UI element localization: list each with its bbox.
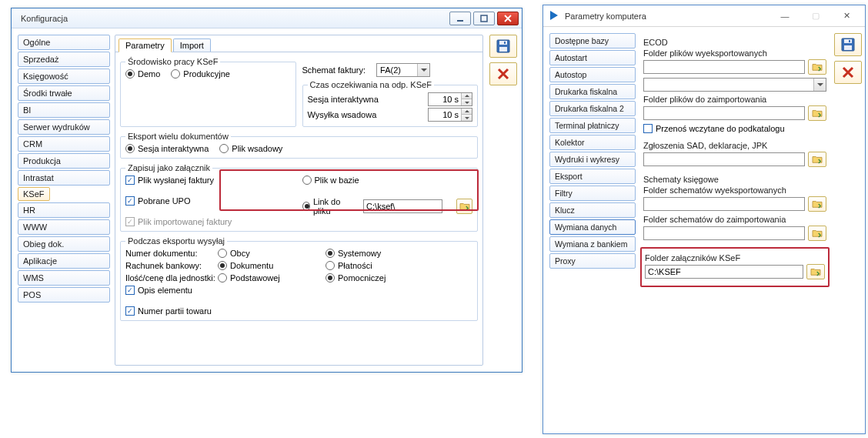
exp-subfolder-select[interactable] — [643, 78, 826, 92]
sidebar-item-proxy[interactable]: Proxy — [549, 253, 636, 269]
export-sesja-radio[interactable]: Sesja interaktywna — [125, 144, 209, 153]
opis-check[interactable]: ✓Opis elementu — [125, 286, 472, 295]
wait-wysylka-value: 10 s — [429, 110, 461, 119]
ilosc-podst-radio[interactable]: Podstawowej — [218, 273, 326, 283]
chevron-down-icon[interactable] — [417, 64, 429, 76]
numer-systemowy-radio[interactable]: Systemowy — [326, 249, 433, 258]
sch-heading: Schematy księgowe — [643, 175, 826, 184]
attach-sent-check[interactable]: ✓Plik wysłanej faktury — [125, 176, 296, 185]
sidebar-item-aplikacje[interactable]: Aplikacje — [18, 253, 110, 269]
wait-legend: Czas oczekiwania na odp. KSeF — [308, 80, 434, 89]
opis-label: Opis elementu — [138, 286, 192, 295]
sidebar-item-eksport[interactable]: Eksport — [549, 169, 636, 184]
env-prod-radio[interactable]: Produkcyjne — [171, 69, 230, 79]
rachunek-doc-radio[interactable]: Dokumentu — [218, 261, 326, 270]
browse-button[interactable] — [806, 264, 825, 279]
sidebar-item--rodki-trwa-e[interactable]: Środki trwałe — [18, 85, 110, 101]
schemat-select[interactable]: FA(2) — [376, 63, 430, 77]
sidebar-item-obieg-dok-[interactable]: Obieg dok. — [18, 236, 110, 252]
sidebar-item-wymiana-danych[interactable]: Wymiana danych — [549, 219, 636, 235]
svg-rect-11 — [844, 45, 852, 50]
attach-import-check: ✓Plik importowanej faktury — [125, 217, 296, 226]
tab-import[interactable]: Import — [173, 38, 211, 52]
minimize-button[interactable] — [449, 12, 471, 25]
sad-folder-input[interactable] — [643, 152, 805, 166]
browse-button[interactable] — [808, 226, 826, 241]
sidebar-item-filtry[interactable]: Filtry — [549, 186, 636, 201]
browse-button[interactable] — [456, 199, 472, 214]
sidebar-item-ksef[interactable]: KSeF — [18, 187, 50, 201]
sidebar-item-og-lne[interactable]: Ogólne — [18, 35, 110, 50]
sidebar-item-hr[interactable]: HR — [18, 202, 110, 218]
left-tablist: Dostępne bazyAutostartAutostopDrukarka f… — [549, 33, 636, 270]
browse-button[interactable] — [808, 59, 826, 75]
spin-down-icon[interactable] — [461, 115, 472, 121]
save-button[interactable] — [489, 35, 517, 58]
imp-folder-input[interactable] — [643, 106, 805, 120]
sidebar-item-wydruki-i-wykresy[interactable]: Wydruki i wykresy — [549, 152, 636, 167]
attach-path-input[interactable]: C:\ksef\ — [363, 199, 442, 213]
attach-group: Zapisuj jako załącznik ✓Plik wysłanej fa… — [120, 163, 478, 232]
sidebar-item-autostop[interactable]: Autostop — [549, 67, 636, 82]
sidebar-item-dost-pne-bazy[interactable]: Dostępne bazy — [549, 33, 636, 48]
attach-upo-check[interactable]: ✓Pobrane UPO — [125, 196, 296, 206]
sch-exp-input[interactable] — [643, 197, 805, 211]
sidebar-item-serwer-wydruk-w[interactable]: Serwer wydruków — [18, 119, 110, 135]
attach-db-radio[interactable]: Plik w bazie — [302, 176, 473, 185]
partii-check[interactable]: ✓Numer partii towaru — [125, 306, 472, 316]
sidebar-item-autostart[interactable]: Autostart — [549, 50, 636, 65]
sidebar-item-sprzeda-[interactable]: Sprzedaż — [18, 52, 110, 67]
sidebar-item-drukarka-fiskalna-2[interactable]: Drukarka fiskalna 2 — [549, 101, 636, 116]
exp-folder-label: Folder plików wyeksportowanych — [643, 48, 826, 58]
ilosc-pomoc-radio[interactable]: Pomocniczej — [326, 273, 433, 283]
sidebar-item-drukarka-fiskalna[interactable]: Drukarka fiskalna — [549, 84, 636, 99]
send-legend: Podczas eksportu wysyłaj — [125, 236, 227, 246]
sch-imp-label: Folder schematów do zaimportowania — [643, 215, 826, 224]
exp-folder-input[interactable] — [643, 60, 805, 74]
wait-wysylka-spin[interactable]: 10 s — [428, 108, 472, 122]
maximize-button[interactable] — [473, 12, 495, 25]
maximize-button[interactable]: ▢ — [800, 7, 831, 25]
sidebar-item-crm[interactable]: CRM — [18, 136, 110, 152]
sidebar-item-produkcja[interactable]: Produkcja — [18, 153, 110, 169]
spin-down-icon[interactable] — [461, 99, 472, 105]
sidebar-item-intrastat[interactable]: Intrastat — [18, 170, 110, 186]
wait-group: Czas oczekiwania na odp. KSeF Sesja inte… — [302, 80, 479, 127]
attach-link-radio[interactable]: Link do pliku — [302, 197, 353, 216]
sidebar-item-wms[interactable]: WMS — [18, 270, 110, 286]
rachunek-plat-radio[interactable]: Płatności — [326, 261, 433, 270]
spin-up-icon[interactable] — [461, 93, 472, 99]
ksef-folder-input[interactable]: C:\KSEF — [645, 265, 803, 279]
sidebar-item-terminal-p-atniczy[interactable]: Terminal płatniczy — [549, 118, 636, 133]
sidebar-item-bi[interactable]: BI — [18, 102, 110, 118]
wait-sesja-spin[interactable]: 10 s — [428, 92, 472, 106]
attach-upo-label: Pobrane UPO — [138, 196, 190, 206]
export-wsad-radio[interactable]: Plik wsadowy — [219, 144, 282, 153]
browse-button[interactable] — [808, 196, 826, 212]
sidebar-item-wymiana-z-bankiem[interactable]: Wymiana z bankiem — [549, 236, 636, 252]
chevron-down-icon[interactable] — [813, 79, 826, 91]
cancel-button[interactable] — [489, 62, 517, 85]
sidebar-item-ksi-gowo-[interactable]: Księgowość — [18, 69, 110, 84]
numer-obcy-radio[interactable]: Obcy — [218, 249, 326, 258]
spin-up-icon[interactable] — [461, 109, 472, 115]
sidebar-item-kolektor[interactable]: Kolektor — [549, 135, 636, 150]
browse-button[interactable] — [808, 152, 826, 167]
svg-rect-7 — [504, 42, 506, 44]
env-demo-radio[interactable]: Demo — [125, 69, 160, 79]
save-button[interactable] — [834, 33, 862, 56]
browse-button[interactable] — [808, 105, 826, 121]
sidebar-item-pos[interactable]: POS — [18, 287, 110, 303]
wait-wysylka-label: Wysyłka wsadowa — [308, 110, 377, 119]
minimize-button[interactable]: — — [770, 7, 800, 25]
sidebar-item-www[interactable]: WWW — [18, 219, 110, 235]
sidebar-item-klucz[interactable]: Klucz — [549, 202, 636, 218]
tab-parametry[interactable]: Parametry — [119, 38, 172, 52]
send-group: Podczas eksportu wysyłaj Numer dokumentu… — [120, 236, 478, 321]
close-button[interactable] — [497, 12, 519, 25]
close-button[interactable]: ✕ — [831, 7, 862, 25]
config-window: Konfiguracja OgólneSprzedażKsięgowośćŚro… — [11, 8, 522, 373]
przenos-check[interactable]: Przenoś wczytane do podkatalogu — [643, 124, 826, 133]
sch-imp-input[interactable] — [643, 226, 805, 240]
cancel-button[interactable] — [834, 61, 862, 84]
